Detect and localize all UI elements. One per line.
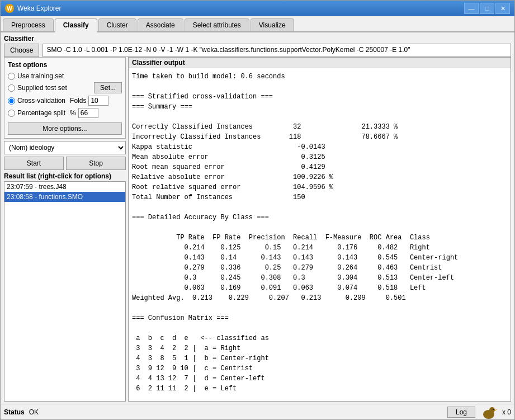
output-area[interactable]: Time taken to build model: 0.6 seconds =… — [129, 68, 511, 401]
output-title: Classifier output — [129, 58, 511, 68]
weka-bird-icon — [480, 403, 498, 421]
percentage-split-label: Percentage split — [17, 109, 65, 117]
percentage-split-row: Percentage split % — [8, 108, 122, 118]
folds-input[interactable] — [88, 96, 108, 106]
window-title: Weka Explorer — [17, 4, 464, 12]
tab-preprocess[interactable]: Preprocess — [3, 18, 54, 31]
maximize-button[interactable]: □ — [480, 3, 494, 14]
use-training-set-row: Use training set — [8, 72, 122, 80]
test-options-title: Test options — [8, 61, 122, 69]
pct-symbol: % — [70, 109, 76, 117]
cross-validation-label: Cross-validation — [17, 97, 65, 105]
supplied-test-set-label: Supplied test set — [17, 84, 67, 92]
window-controls: — □ ✕ — [464, 3, 510, 14]
classifier-section: Classifier Choose SMO -C 1.0 -L 0.001 -P… — [4, 35, 511, 57]
result-item-1[interactable]: 23:08:58 - functions.SMO — [4, 192, 125, 202]
choose-button[interactable]: Choose — [4, 44, 39, 57]
supplied-test-set-row: Supplied test set Set... — [8, 82, 122, 93]
test-options-group: Test options Use training set Supplied t… — [4, 57, 126, 139]
minimize-button[interactable]: — — [464, 3, 479, 14]
use-training-set-label: Use training set — [17, 72, 64, 80]
cross-validation-radio[interactable] — [8, 97, 15, 105]
right-panel: Classifier output Time taken to build mo… — [128, 57, 511, 402]
result-list-section: Result list (right-click for options) 23… — [4, 172, 126, 402]
status-bar: Status OK Log x 0 — [1, 404, 514, 419]
pct-input[interactable] — [78, 108, 98, 118]
svg-point-3 — [493, 409, 494, 410]
log-button[interactable]: Log — [447, 407, 475, 418]
main-window: W Weka Explorer — □ ✕ Preprocess Classif… — [0, 0, 515, 420]
svg-marker-2 — [495, 409, 498, 411]
x0-label: x 0 — [502, 408, 511, 416]
svg-point-1 — [489, 407, 495, 413]
content-area: Classifier Choose SMO -C 1.0 -L 0.001 -P… — [1, 32, 514, 404]
folds-label: Folds — [70, 97, 86, 105]
attribute-select[interactable]: (Nom) ideology — [4, 141, 126, 154]
tab-bar: Preprocess Classify Cluster Associate Se… — [1, 16, 514, 32]
result-list: 23:07:59 - trees.J48 23:08:58 - function… — [4, 181, 126, 402]
start-stop-row: Start Stop — [4, 157, 126, 170]
main-area: Test options Use training set Supplied t… — [4, 57, 511, 402]
classifier-text: SMO -C 1.0 -L 0.001 -P 1.0E-12 -N 0 -V -… — [42, 44, 511, 57]
start-button[interactable]: Start — [4, 157, 64, 170]
tab-classify[interactable]: Classify — [55, 18, 97, 32]
more-options-button[interactable]: More options... — [8, 122, 122, 135]
classifier-row: Choose SMO -C 1.0 -L 0.001 -P 1.0E-12 -N… — [4, 44, 511, 57]
close-button[interactable]: ✕ — [495, 3, 510, 14]
title-bar: W Weka Explorer — □ ✕ — [1, 1, 514, 16]
status-text: OK — [29, 408, 443, 416]
classifier-label: Classifier — [4, 35, 511, 43]
app-icon: W — [5, 4, 14, 13]
left-panel: Test options Use training set Supplied t… — [4, 57, 126, 402]
status-label: Status — [4, 408, 25, 416]
set-button[interactable]: Set... — [94, 82, 122, 93]
tab-cluster[interactable]: Cluster — [98, 18, 136, 31]
tab-visualize[interactable]: Visualize — [251, 18, 294, 31]
supplied-test-set-radio[interactable] — [8, 84, 15, 92]
tab-associate[interactable]: Associate — [138, 18, 183, 31]
cross-validation-row: Cross-validation Folds — [8, 96, 122, 106]
result-list-title: Result list (right-click for options) — [4, 172, 126, 180]
stop-button[interactable]: Stop — [66, 157, 126, 170]
tab-select-attributes[interactable]: Select attributes — [185, 18, 249, 31]
percentage-split-radio[interactable] — [8, 110, 15, 117]
result-item-0[interactable]: 23:07:59 - trees.J48 — [4, 182, 125, 192]
use-training-set-radio[interactable] — [8, 73, 15, 80]
